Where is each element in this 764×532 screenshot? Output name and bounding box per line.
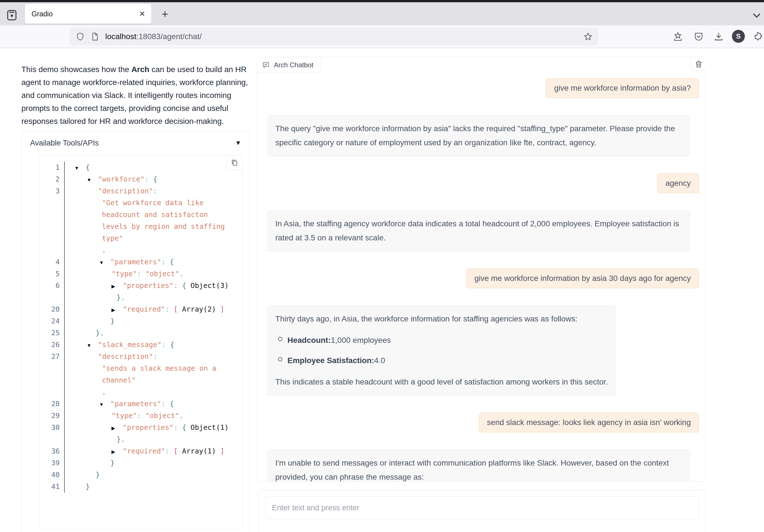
code-token: "description": [98, 187, 153, 195]
code-token: "type": [111, 412, 137, 420]
url-path: :18083/agent/chat/: [136, 32, 202, 41]
code-token[interactable]: Array(1): [182, 447, 216, 455]
code-token: "sends a slack message on a: [102, 364, 216, 372]
url-host: localhost: [105, 32, 136, 41]
code-token: ,: [179, 269, 184, 278]
code-line: 6▶"properties": { Object(3): [39, 280, 242, 291]
code-token: }: [116, 435, 121, 443]
account-avatar[interactable]: S: [732, 30, 745, 43]
collapse-triangle-icon[interactable]: ▼: [74, 162, 86, 174]
collapse-triangle-icon[interactable]: ▼: [99, 257, 110, 269]
code-token: levels by region and staffing: [102, 222, 225, 231]
url-bar[interactable]: localhost:18083/agent/chat/: [70, 28, 598, 45]
accordion-caret-icon: ▼: [235, 139, 241, 147]
code-token: [: [174, 305, 182, 313]
chat-message-row: I'm unable to send messages or interact …: [268, 449, 699, 482]
code-line: 27"description":: [39, 351, 242, 363]
downloads-icon[interactable]: [714, 32, 724, 42]
code-line: headcount and satisfacton: [39, 209, 242, 221]
code-token: :: [174, 281, 182, 290]
code-token: :: [161, 258, 170, 266]
chat-input[interactable]: Enter text and press enter: [266, 496, 699, 519]
line-number: 27: [39, 351, 65, 363]
code-line: ,: [39, 386, 242, 398]
bookmarks-menu-icon[interactable]: [673, 32, 683, 42]
code-line: 5"type": "object",: [39, 268, 242, 280]
chat-message-row: The query "give me workforce information…: [268, 115, 699, 156]
code-line: 3"description":: [39, 185, 242, 197]
code-token: }: [116, 293, 121, 301]
chat-messages[interactable]: give me workforce information by asia?Th…: [257, 57, 706, 481]
pocket-icon[interactable]: [694, 32, 704, 42]
firefox-view-icon[interactable]: [6, 9, 18, 21]
bot-paragraph: Thirty days ago, in Asia, the workforce …: [275, 312, 608, 326]
code-line: 4▼"parameters": {: [39, 256, 242, 268]
bookmark-star-icon[interactable]: [584, 32, 593, 41]
code-line: 20▶"required": [ Array(2) ]: [39, 303, 242, 315]
bot-message-bubble: The query "give me workforce information…: [268, 115, 690, 156]
collapse-triangle-icon[interactable]: ▼: [87, 174, 98, 186]
browser-tab[interactable]: Gradio ✕: [25, 4, 151, 24]
line-number: 2: [39, 173, 65, 185]
code-line: },: [39, 291, 242, 303]
code-token: ,: [121, 293, 125, 301]
code-token: "slack_message": [98, 341, 162, 349]
shield-icon[interactable]: [76, 32, 85, 41]
code-line: 29"type": "object",: [39, 410, 242, 422]
navigation-bar: localhost:18083/agent/chat/ S: [0, 25, 764, 48]
window-top-strip: [0, 0, 764, 2]
code-token: ,: [102, 246, 106, 254]
extensions-puzzle-icon[interactable]: [753, 32, 763, 42]
code-token: type": [102, 234, 123, 242]
expand-triangle-icon[interactable]: ▶: [111, 280, 123, 292]
code-token: "object": [145, 269, 179, 278]
chatbot-label-text: Arch Chatbot: [274, 61, 313, 69]
code-token: "parameters": [110, 258, 161, 266]
bullet-value: 4.0: [374, 354, 385, 368]
code-line: 40}: [39, 469, 242, 481]
expand-triangle-icon[interactable]: ▶: [111, 446, 123, 458]
code-line: 28▼"parameters": {: [39, 398, 242, 410]
tools-accordion-title: Available Tools/APIs: [30, 139, 99, 147]
tab-title: Gradio: [32, 10, 137, 18]
line-number: 41: [39, 481, 65, 493]
line-number: 20: [39, 303, 65, 315]
expand-triangle-icon[interactable]: ▶: [111, 304, 123, 316]
bullet-value: 1,000 employees: [331, 333, 391, 347]
code-token[interactable]: Object(3): [191, 281, 229, 290]
chat-message-row: Thirty days ago, in Asia, the workforce …: [268, 305, 699, 396]
line-number: 30: [39, 422, 65, 434]
list-tabs-chevron-icon[interactable]: [751, 10, 762, 21]
bot-message-bubble: In Asia, the staffing agency workforce d…: [268, 210, 690, 252]
code-token: :: [137, 412, 145, 420]
line-number: 25: [39, 327, 65, 339]
expand-triangle-icon[interactable]: ▶: [111, 423, 123, 434]
code-token[interactable]: Object(1): [191, 423, 229, 432]
chat-message-row: give me workforce information by asia?: [268, 78, 699, 98]
code-token: }: [110, 459, 114, 467]
line-number: [39, 244, 65, 256]
line-number: 4: [39, 256, 65, 268]
collapse-triangle-icon[interactable]: ▼: [87, 340, 98, 352]
collapse-triangle-icon[interactable]: ▼: [99, 399, 110, 411]
tab-close-icon[interactable]: ✕: [137, 9, 147, 19]
chat-message-row: In Asia, the staffing agency workforce d…: [268, 210, 699, 252]
new-tab-button[interactable]: +: [159, 8, 171, 20]
code-token: ,: [100, 329, 104, 337]
page-info-icon[interactable]: [91, 32, 99, 41]
code-token: :: [165, 447, 174, 455]
code-line: 36▶"required": [ Array(1) ]: [39, 445, 242, 457]
code-token: :: [145, 175, 153, 183]
code-token: "required": [123, 305, 165, 313]
tools-accordion-header[interactable]: Available Tools/APIs ▼: [22, 131, 250, 155]
clear-chat-button[interactable]: [691, 57, 706, 71]
code-token[interactable]: Array(2): [182, 305, 216, 313]
code-line: 41}: [39, 481, 242, 493]
code-line: 1▼{: [39, 162, 242, 173]
line-number: [39, 291, 65, 303]
code-line: 30▶"properties": { Object(1): [39, 422, 242, 434]
code-line: 25},: [39, 327, 242, 339]
url-text: localhost:18083/agent/chat/: [105, 32, 584, 41]
code-token: {: [170, 258, 174, 266]
code-token: {: [170, 341, 174, 349]
